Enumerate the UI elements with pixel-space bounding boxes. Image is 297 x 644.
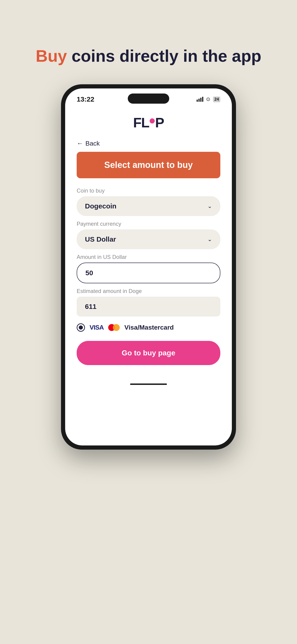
logo-p: P bbox=[155, 115, 164, 130]
estimated-value: 611 bbox=[85, 303, 96, 310]
status-icons: ⊙ 24 bbox=[196, 96, 220, 102]
mastercard-icon bbox=[108, 324, 120, 332]
estimated-field: 611 bbox=[77, 297, 220, 316]
logo-fl: FL bbox=[133, 115, 149, 130]
currency-field-group: Payment currency US Dollar ⌄ bbox=[77, 221, 220, 249]
cta-button-label: Go to buy page bbox=[122, 349, 176, 357]
payment-method-label: Visa/Mastercard bbox=[124, 324, 174, 331]
header-banner: Select amount to buy bbox=[77, 152, 220, 178]
coin-label: Coin to buy bbox=[77, 188, 220, 194]
headline-buy-word: Buy bbox=[36, 47, 67, 65]
amount-label: Amount in US Dollar bbox=[77, 254, 220, 260]
header-banner-text: Select amount to buy bbox=[104, 160, 193, 170]
coin-dropdown[interactable]: Dogecoin ⌄ bbox=[77, 196, 220, 216]
back-label: Back bbox=[86, 140, 100, 147]
currency-value: US Dollar bbox=[85, 236, 116, 243]
home-indicator bbox=[65, 379, 232, 392]
currency-dropdown[interactable]: US Dollar ⌄ bbox=[77, 230, 220, 249]
dynamic-island bbox=[128, 94, 169, 104]
signal-icon bbox=[196, 97, 203, 102]
phone-mockup: 13:22 ⊙ 24 FLP ← Back bbox=[61, 84, 236, 450]
logo-dot bbox=[150, 118, 155, 124]
phone-screen: 13:22 ⊙ 24 FLP ← Back bbox=[65, 88, 232, 446]
currency-chevron-icon: ⌄ bbox=[208, 236, 212, 242]
wifi-icon: ⊙ bbox=[206, 96, 210, 102]
amount-input[interactable]: 50 bbox=[77, 262, 220, 283]
headline-rest: coins directly in the app bbox=[67, 47, 261, 65]
app-logo: FLP bbox=[65, 106, 232, 138]
payment-method-row[interactable]: VISA Visa/Mastercard bbox=[77, 321, 220, 334]
home-bar bbox=[130, 384, 167, 385]
back-nav[interactable]: ← Back bbox=[65, 138, 232, 152]
coin-chevron-icon: ⌄ bbox=[208, 203, 212, 209]
page-headline: Buy coins directly in the app bbox=[36, 46, 261, 66]
coin-value: Dogecoin bbox=[85, 202, 116, 210]
amount-field-group: Amount in US Dollar 50 bbox=[77, 254, 220, 283]
visa-logo: VISA bbox=[90, 324, 104, 331]
form-area: Coin to buy Dogecoin ⌄ Payment currency … bbox=[65, 178, 232, 379]
radio-inner bbox=[79, 326, 83, 330]
estimated-field-group: Estimated amount in Doge 611 bbox=[77, 288, 220, 316]
currency-label: Payment currency bbox=[77, 221, 220, 227]
coin-field-group: Coin to buy Dogecoin ⌄ bbox=[77, 188, 220, 216]
back-arrow-icon: ← bbox=[77, 140, 83, 147]
estimated-label: Estimated amount in Doge bbox=[77, 288, 220, 294]
mc-circle-right bbox=[113, 324, 120, 331]
go-to-buy-button[interactable]: Go to buy page bbox=[77, 341, 220, 365]
status-bar: 13:22 ⊙ 24 bbox=[65, 88, 232, 106]
logo-text: FLP bbox=[133, 115, 164, 130]
payment-radio[interactable] bbox=[77, 324, 85, 332]
status-time: 13:22 bbox=[77, 95, 94, 103]
battery-icon: 24 bbox=[213, 96, 220, 102]
amount-value: 50 bbox=[86, 269, 93, 277]
